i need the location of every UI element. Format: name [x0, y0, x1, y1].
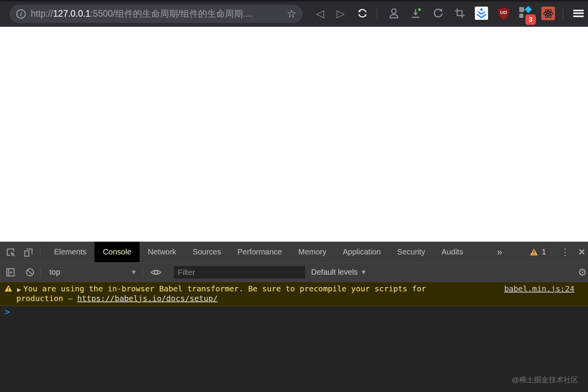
page-content [0, 27, 588, 242]
screenshot-crop-button[interactable] [452, 6, 467, 21]
inspect-cursor-icon [5, 247, 16, 258]
url-path: :5500/组件的生命周期/组件的生命周期.... [90, 9, 253, 19]
log-levels-label: Default levels [311, 268, 358, 277]
device-toolbar-button[interactable] [22, 246, 35, 259]
context-label: top [49, 268, 60, 277]
expand-message-arrow[interactable]: ▶ [17, 287, 21, 293]
watermark: @稀土掘金技术社区 [512, 375, 578, 385]
back-arrow-icon: ◁ [316, 7, 324, 19]
address-bar[interactable]: i http://127.0.0.1:5500/组件的生命周期/组件的生命周期.… [10, 5, 303, 23]
url-host: 127.0.0.1 [53, 9, 91, 19]
svg-text:UO: UO [500, 10, 507, 15]
clear-console-button[interactable] [23, 266, 37, 279]
extension-apps-button[interactable]: 3 [519, 7, 532, 20]
console-warning-counter[interactable]: 1 [530, 242, 546, 262]
tab-audits[interactable]: Audits [433, 242, 471, 262]
downloads-button[interactable] [409, 6, 424, 21]
download-icon [410, 7, 422, 19]
browser-toolbar: i http://127.0.0.1:5500/组件的生命周期/组件的生命周期.… [0, 2, 588, 26]
devtools-panel: Elements Console Network Sources Perform… [0, 242, 588, 392]
live-expression-button[interactable] [149, 266, 163, 279]
toolbar-separator [143, 267, 143, 277]
console-warning-message: ▶ You are using the in-browser Babel tra… [0, 282, 588, 306]
chevron-down-icon: ▼ [362, 269, 366, 275]
url-scheme: http:// [31, 9, 53, 19]
eye-icon [150, 267, 162, 278]
history-undo-icon [432, 7, 444, 19]
source-file-link[interactable]: babel.min.js:24 [504, 284, 574, 293]
ublock-shield-icon: UO [497, 7, 510, 21]
toolbar-separator [377, 8, 377, 19]
toolbar-separator [563, 8, 563, 19]
user-icon [388, 7, 400, 19]
extension-ublock-button[interactable]: UO [497, 7, 510, 20]
tab-network[interactable]: Network [140, 242, 184, 262]
warning-triangle-icon [4, 285, 12, 292]
tabbar-separator [40, 247, 40, 258]
console-filter-input[interactable] [174, 266, 305, 279]
extension-juejin-button[interactable] [475, 7, 488, 20]
site-info-icon[interactable]: i [16, 9, 26, 19]
menu-button[interactable] [571, 6, 586, 21]
url-text[interactable]: http://127.0.0.1:5500/组件的生命周期/组件的生命周期...… [31, 8, 284, 20]
reload-icon [357, 7, 368, 19]
forward-button[interactable]: ▷ [333, 6, 348, 21]
console-sidebar-toggle[interactable] [4, 266, 17, 279]
babel-setup-link[interactable]: https://babeljs.io/docs/setup/ [77, 294, 218, 303]
devtools-menu-button[interactable]: ⋮ [559, 242, 571, 262]
extension-react-devtools-button[interactable] [541, 7, 555, 20]
toolbar-separator [40, 267, 41, 277]
tab-memory[interactable]: Memory [290, 242, 334, 262]
tab-sources[interactable]: Sources [184, 242, 229, 262]
log-levels-dropdown[interactable]: Default levels ▼ [311, 263, 366, 282]
tab-performance[interactable]: Performance [229, 242, 290, 262]
javascript-context-selector[interactable]: top ▼ [49, 263, 60, 282]
warning-triangle-icon [530, 248, 538, 256]
prompt-chevron-icon: > [5, 307, 10, 317]
back-button[interactable]: ◁ [313, 6, 327, 21]
history-button[interactable] [431, 6, 446, 21]
account-button[interactable] [387, 6, 401, 21]
console-prompt[interactable]: > [0, 306, 588, 319]
clear-console-icon [25, 267, 35, 277]
tab-elements[interactable]: Elements [46, 242, 94, 262]
sidebar-toggle-icon [5, 267, 16, 278]
reload-button[interactable] [355, 6, 370, 21]
warning-text-line1: You are using the in-browser Babel trans… [23, 284, 426, 293]
extension-badge: 3 [525, 14, 536, 25]
devtools-tabbar: Elements Console Network Sources Perform… [0, 242, 588, 263]
warning-text-line2: production – https://babeljs.io/docs/set… [16, 294, 218, 303]
tab-console[interactable]: Console [94, 242, 139, 262]
more-tabs-button[interactable]: » [497, 242, 502, 262]
forward-arrow-icon: ▷ [337, 7, 345, 19]
crop-icon [454, 7, 466, 19]
tab-application[interactable]: Application [334, 242, 389, 262]
warning-count: 1 [542, 247, 546, 256]
inspect-element-button[interactable] [4, 246, 17, 259]
hamburger-icon [573, 8, 584, 18]
chevron-down-icon: ▼ [132, 269, 136, 275]
juejin-icon [475, 7, 488, 20]
devtools-close-button[interactable]: ✕ [576, 242, 588, 262]
device-toolbar-icon [23, 247, 34, 258]
bookmark-star-icon[interactable]: ☆ [287, 7, 296, 20]
react-atom-icon [541, 7, 555, 20]
tabbar-separator [551, 247, 551, 257]
console-toolbar: top ▼ Default levels ▼ ⚙ [0, 263, 588, 282]
tab-security[interactable]: Security [389, 242, 433, 262]
devtools-tabs: Elements Console Network Sources Perform… [46, 242, 471, 262]
console-settings-button[interactable]: ⚙ [577, 263, 588, 282]
